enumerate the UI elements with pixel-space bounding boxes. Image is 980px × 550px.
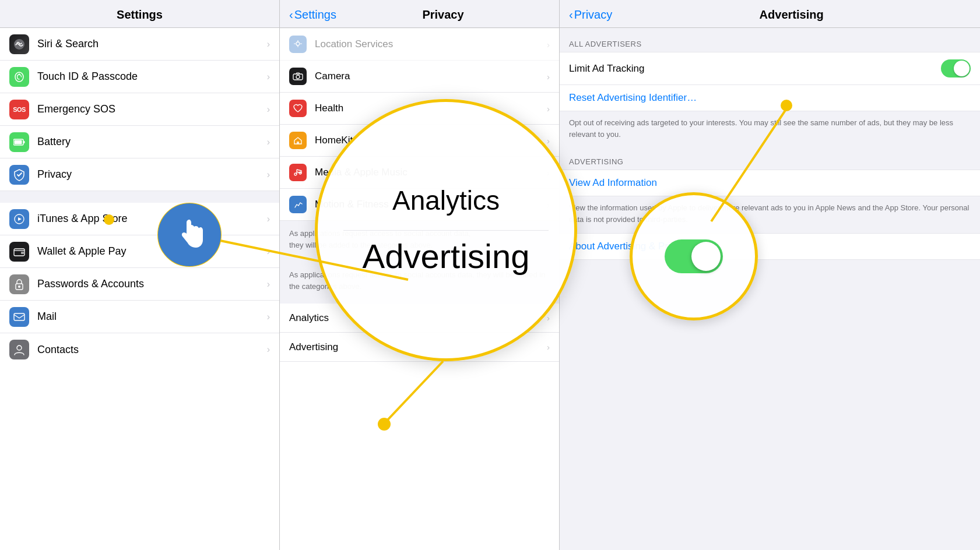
privacy-info2-text: As applications request access to social… [289,269,550,292]
advertising-label: Advertising [289,341,547,353]
touchid-label: Touch ID & Passcode [37,70,265,83]
limit-ad-tracking-row: Limit Ad Tracking [560,52,980,85]
touchid-icon [9,67,29,87]
back-arrow-icon: ‹ [289,8,293,22]
ad-desc1: Opt out of receiving ads targeted to you… [560,111,980,148]
itunes-label: iTunes & App Store [37,213,265,225]
homekit-icon [289,132,307,149]
privacy-info1-text: As applications request access to social… [289,228,550,251]
view-ad-info-link: View Ad Information [569,177,657,188]
ad-desc2-text: View the information used by Apple to de… [569,202,971,225]
svg-point-18 [294,173,297,175]
privacy-back-label: Settings [294,8,336,22]
contacts-label: Contacts [37,344,265,356]
advertising-back-label: Privacy [574,8,613,22]
homekit-label: HomeKit [315,135,547,146]
privacy-item-camera[interactable]: Camera › [280,61,559,93]
ad-desc2: View the information used by Apple to de… [560,196,980,233]
privacy-back-button[interactable]: ‹ Settings [289,8,336,22]
settings-item-battery[interactable]: Battery › [0,126,279,158]
privacy-item-location[interactable]: Location Services › [280,28,559,61]
about-ad-privacy-row[interactable]: About Advertising & Privacy… [560,233,980,260]
privacy-item-media[interactable]: Media & Apple Music › [280,157,559,189]
svg-rect-12 [14,313,24,320]
privacy-item-analytics[interactable]: Analytics › [280,304,559,333]
reset-id-row[interactable]: Reset Advertising Identifier… [560,85,980,111]
svg-rect-5 [15,140,22,144]
motion-icon [289,196,307,213]
ad-back-arrow-icon: ‹ [569,8,573,22]
passwords-icon [9,274,29,294]
reset-id-link: Reset Advertising Identifier… [569,92,697,103]
settings-item-siri[interactable]: Siri & Search › [0,28,279,61]
battery-chevron: › [267,137,270,147]
health-icon [289,100,307,117]
settings-item-passwords[interactable]: Passwords & Accounts › [0,268,279,301]
siri-chevron: › [267,39,270,50]
wallet-chevron: › [267,246,270,257]
svg-point-14 [296,42,300,45]
itunes-icon [9,209,29,229]
advertising-content: ALL ADVERTISERS Limit Ad Tracking Reset … [560,28,980,550]
view-ad-info-row[interactable]: View Ad Information [560,170,980,196]
passwords-label: Passwords & Accounts [37,278,265,290]
privacy-item-motion[interactable]: Motion & Fitness › [280,189,559,221]
advertising-title: Advertising [612,8,971,22]
advertising-nav: ‹ Privacy Advertising [560,0,980,28]
svg-point-11 [18,285,20,288]
contacts-icon [9,340,29,359]
privacy-sep3 [280,299,559,304]
settings-item-itunes[interactable]: iTunes & App Store › [0,203,279,235]
privacy-panel: ‹ Settings Privacy Location Services › C… [280,0,560,550]
advertising-back-button[interactable]: ‹ Privacy [569,8,612,22]
sos-icon: SOS [9,100,29,119]
limit-ad-tracking-label: Limit Ad Tracking [569,63,941,75]
privacy-sep2 [280,258,559,262]
wallet-label: Wallet & Apple Pay [37,245,265,258]
privacy-list: Location Services › Camera › Health › Ho… [280,28,559,550]
battery-label: Battery [37,136,265,148]
settings-title: Settings [9,8,270,22]
settings-header: Settings [0,0,279,28]
wallet-icon [9,242,29,262]
advertising-section-header: ADVERTISING [560,148,980,170]
mail-chevron: › [267,312,270,322]
svg-rect-17 [297,142,299,144]
siri-icon [9,34,29,54]
privacy-info1: As applications request access to social… [280,221,559,258]
advertising-panel: ‹ Privacy Advertising ALL ADVERTISERS Li… [560,0,980,550]
camera-icon [289,68,307,85]
settings-item-sos[interactable]: SOS Emergency SOS › [0,93,279,126]
privacy-item-homekit[interactable]: HomeKit › [280,125,559,157]
settings-item-contacts[interactable]: Contacts › [0,333,279,366]
camera-label: Camera [315,70,547,82]
svg-point-16 [296,75,300,79]
settings-item-mail[interactable]: Mail › [0,301,279,333]
privacy-nav: ‹ Settings Privacy [280,0,559,28]
ad-desc1-text: Opt out of receiving ads targeted to you… [569,117,971,140]
privacy-icon [9,165,29,185]
mail-icon [9,307,29,327]
touchid-chevron: › [267,72,270,82]
limit-ad-tracking-toggle[interactable] [941,59,971,77]
privacy-info2: As applications request access to social… [280,262,559,299]
location-icon [289,36,307,53]
itunes-chevron: › [267,214,270,224]
settings-item-touchid[interactable]: Touch ID & Passcode › [0,61,279,93]
settings-item-wallet[interactable]: Wallet & Apple Pay › [0,235,279,268]
privacy-title: Privacy [336,8,550,22]
settings-item-privacy[interactable]: Privacy › [0,158,279,191]
passwords-chevron: › [267,279,270,290]
svg-marker-7 [18,217,22,221]
privacy-item-advertising[interactable]: Advertising › [280,333,559,362]
sos-chevron: › [267,104,270,115]
motion-label: Motion & Fitness [315,199,547,210]
privacy-label: Privacy [37,168,265,181]
settings-list: Siri & Search › Touch ID & Passcode › SO… [0,28,279,550]
location-label: Location Services [315,38,547,50]
privacy-item-health[interactable]: Health › [280,93,559,125]
siri-label: Siri & Search [37,38,265,50]
sos-label: Emergency SOS [37,103,265,115]
contacts-chevron: › [267,344,270,355]
analytics-label: Analytics [289,312,547,324]
